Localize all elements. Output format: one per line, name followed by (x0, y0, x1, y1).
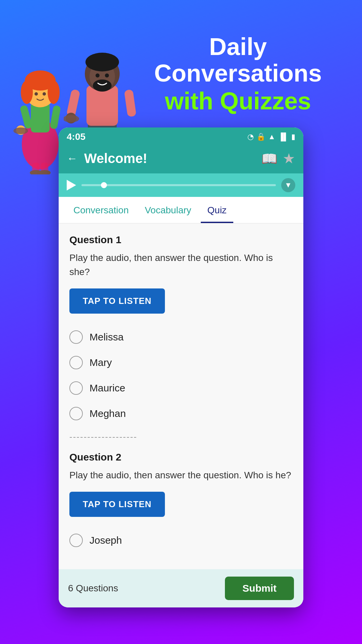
tab-quiz[interactable]: Quiz (201, 197, 234, 223)
svg-rect-24 (66, 89, 80, 117)
phone-mockup: 4:05 ◔ 🔒 ▲ ▐▌ ▮ ← Welcome! 📖 ★ ▼ Convers… (59, 127, 303, 607)
book-icon-button[interactable]: 📖 (261, 151, 277, 166)
svg-point-22 (96, 73, 100, 77)
wifi-icon: ▲ (268, 132, 276, 141)
svg-point-23 (105, 73, 109, 77)
status-bar: 4:05 ◔ 🔒 ▲ ▐▌ ▮ (59, 127, 303, 145)
questions-count: 6 Questions (68, 583, 118, 594)
tabs-bar: Conversation Vocabulary Quiz (59, 197, 303, 223)
audio-player-bar: ▼ (59, 173, 303, 197)
radio-melissa[interactable] (69, 330, 83, 344)
svg-point-11 (13, 127, 28, 134)
app-bar: ← Welcome! 📖 ★ (59, 145, 303, 173)
radio-joseph[interactable] (69, 534, 83, 547)
radio-maurice[interactable] (69, 381, 83, 395)
back-button[interactable]: ← (67, 152, 77, 165)
status-icons: ◔ 🔒 ▲ ▐▌ ▮ (247, 132, 295, 141)
option-melissa[interactable]: Melissa (69, 324, 293, 350)
app-title: Welcome! (84, 151, 255, 166)
bottom-bar: 6 Questions Submit (59, 569, 303, 607)
question1-options: Melissa Mary Maurice Meghan (69, 324, 293, 426)
section-divider: ------------------- (69, 432, 293, 442)
tap-listen-button-2[interactable]: TAP TO LISTEN (69, 492, 165, 517)
hero-title-line2: with Quizzes (134, 87, 342, 115)
quiz-content: Question 1 Play the audio, then answer t… (59, 223, 303, 569)
svg-point-6 (35, 92, 38, 96)
question1-text: Play the audio, then answer the question… (69, 251, 293, 279)
option-maurice-text: Maurice (89, 382, 125, 394)
svg-point-27 (64, 115, 79, 122)
option-maurice[interactable]: Maurice (69, 375, 293, 401)
option-joseph[interactable]: Joseph (69, 528, 293, 553)
battery-icon: ▮ (291, 132, 295, 141)
download-icon: ▼ (285, 181, 292, 190)
svg-point-5 (48, 80, 60, 104)
svg-point-15 (39, 170, 51, 174)
question2-options: Joseph (69, 528, 293, 553)
app-bar-icons: 📖 ★ (261, 150, 295, 167)
hero-title-line1: Daily Conversations (134, 34, 342, 87)
download-button[interactable]: ▼ (281, 178, 295, 192)
submit-button[interactable]: Submit (225, 577, 294, 600)
radio-meghan[interactable] (69, 407, 83, 420)
tab-conversation[interactable]: Conversation (67, 197, 135, 223)
tab-vocabulary[interactable]: Vocabulary (138, 197, 198, 223)
tap-listen-button-1[interactable]: TAP TO LISTEN (69, 288, 165, 314)
option-mary[interactable]: Mary (69, 350, 293, 375)
question1-label: Question 1 (69, 234, 293, 246)
hero-title: Daily Conversations with Quizzes (134, 34, 342, 116)
radio-mary[interactable] (69, 356, 83, 369)
signal-icon: ▐▌ (278, 132, 289, 141)
question2-label: Question 2 (69, 451, 293, 463)
play-button[interactable] (67, 180, 76, 191)
svg-point-21 (93, 79, 112, 92)
lock-icon: 🔒 (256, 132, 265, 141)
option-meghan[interactable]: Meghan (69, 401, 293, 426)
star-icon-button[interactable]: ★ (283, 150, 295, 167)
status-time: 4:05 (67, 131, 85, 142)
svg-point-7 (43, 92, 46, 96)
progress-dot (101, 182, 107, 188)
option-meghan-text: Meghan (89, 408, 126, 419)
clock-icon: ◔ (247, 132, 254, 141)
question2-text: Play the audio, then answer the question… (69, 468, 293, 482)
progress-track[interactable] (81, 184, 276, 186)
svg-point-4 (21, 80, 33, 104)
svg-rect-9 (50, 105, 61, 129)
option-melissa-text: Melissa (89, 331, 124, 343)
option-mary-text: Mary (89, 357, 112, 368)
svg-point-20 (85, 53, 119, 71)
option-joseph-text: Joseph (89, 535, 122, 546)
